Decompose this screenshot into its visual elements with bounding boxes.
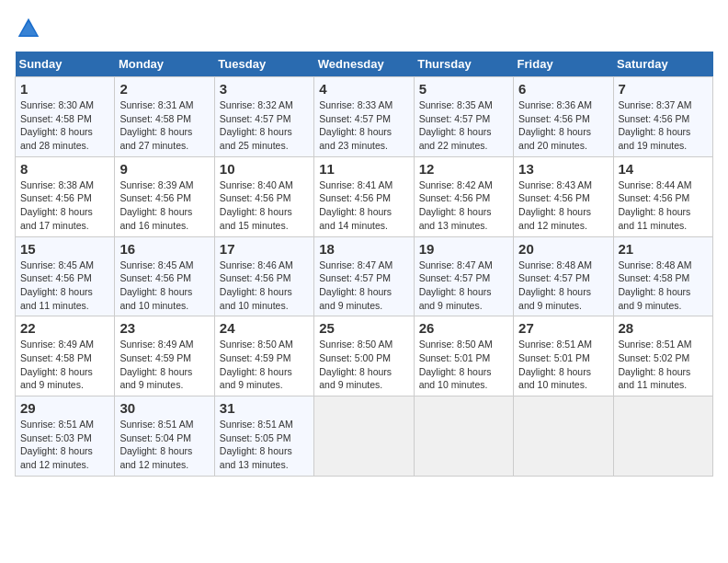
- day-info: Sunrise: 8:51 AMSunset: 5:01 PMDaylight:…: [518, 339, 592, 390]
- day-number: 16: [119, 241, 209, 257]
- calendar-week-3: 15 Sunrise: 8:45 AMSunset: 4:56 PMDaylig…: [16, 236, 713, 316]
- day-info: Sunrise: 8:47 AMSunset: 4:57 PMDaylight:…: [319, 259, 392, 311]
- day-info: Sunrise: 8:43 AMSunset: 4:56 PMDaylight:…: [518, 179, 592, 231]
- day-number: 13: [518, 161, 608, 177]
- day-info: Sunrise: 8:50 AMSunset: 5:00 PMDaylight:…: [319, 339, 392, 390]
- calendar-cell: 21 Sunrise: 8:48 AMSunset: 4:58 PMDaylig…: [613, 236, 712, 316]
- day-number: 25: [319, 320, 408, 336]
- day-info: Sunrise: 8:41 AMSunset: 4:56 PMDaylight:…: [319, 179, 392, 231]
- day-info: Sunrise: 8:50 AMSunset: 5:01 PMDaylight:…: [419, 339, 493, 390]
- calendar-cell: [613, 396, 712, 477]
- day-number: 4: [319, 81, 408, 97]
- calendar-cell: 16 Sunrise: 8:45 AMSunset: 4:56 PMDaylig…: [115, 236, 214, 316]
- day-number: 27: [518, 320, 608, 336]
- calendar-cell: 1 Sunrise: 8:30 AMSunset: 4:58 PMDayligh…: [16, 77, 115, 157]
- day-info: Sunrise: 8:33 AMSunset: 4:57 PMDaylight:…: [319, 99, 392, 151]
- svg-marker-1: [20, 22, 37, 36]
- day-number: 8: [20, 161, 109, 177]
- calendar-cell: 22 Sunrise: 8:49 AMSunset: 4:58 PMDaylig…: [16, 316, 115, 396]
- day-header-thursday: Thursday: [414, 52, 513, 77]
- calendar-cell: [414, 396, 513, 477]
- day-info: Sunrise: 8:51 AMSunset: 5:02 PMDaylight:…: [619, 339, 692, 390]
- day-header-saturday: Saturday: [613, 52, 712, 77]
- calendar-cell: 13 Sunrise: 8:43 AMSunset: 4:56 PMDaylig…: [514, 156, 613, 236]
- logo: [15, 15, 46, 42]
- day-header-tuesday: Tuesday: [214, 52, 313, 77]
- day-number: 14: [619, 161, 708, 177]
- day-number: 10: [220, 161, 309, 177]
- day-number: 2: [119, 81, 209, 97]
- day-info: Sunrise: 8:37 AMSunset: 4:56 PMDaylight:…: [619, 99, 692, 151]
- day-header-monday: Monday: [115, 52, 214, 77]
- day-info: Sunrise: 8:39 AMSunset: 4:56 PMDaylight:…: [119, 179, 193, 231]
- calendar-cell: 8 Sunrise: 8:38 AMSunset: 4:56 PMDayligh…: [16, 156, 115, 236]
- day-number: 15: [20, 241, 109, 257]
- day-info: Sunrise: 8:38 AMSunset: 4:56 PMDaylight:…: [20, 179, 94, 231]
- day-info: Sunrise: 8:51 AMSunset: 5:03 PMDaylight:…: [20, 419, 94, 470]
- day-number: 23: [119, 320, 209, 336]
- day-info: Sunrise: 8:48 AMSunset: 4:58 PMDaylight:…: [619, 259, 692, 311]
- day-number: 7: [619, 81, 708, 97]
- day-number: 11: [319, 161, 408, 177]
- day-info: Sunrise: 8:45 AMSunset: 4:56 PMDaylight:…: [119, 259, 193, 311]
- day-header-friday: Friday: [514, 52, 613, 77]
- day-number: 9: [119, 161, 209, 177]
- calendar-cell: 24 Sunrise: 8:50 AMSunset: 4:59 PMDaylig…: [214, 316, 313, 396]
- calendar-cell: 25 Sunrise: 8:50 AMSunset: 5:00 PMDaylig…: [314, 316, 414, 396]
- day-number: 5: [419, 81, 508, 97]
- calendar-cell: 4 Sunrise: 8:33 AMSunset: 4:57 PMDayligh…: [314, 77, 414, 157]
- header-row: SundayMondayTuesdayWednesdayThursdayFrid…: [16, 52, 713, 77]
- day-number: 18: [319, 241, 408, 257]
- day-info: Sunrise: 8:30 AMSunset: 4:58 PMDaylight:…: [20, 99, 94, 151]
- calendar-cell: 19 Sunrise: 8:47 AMSunset: 4:57 PMDaylig…: [414, 236, 513, 316]
- day-number: 28: [619, 320, 708, 336]
- day-number: 26: [419, 320, 508, 336]
- calendar-cell: 9 Sunrise: 8:39 AMSunset: 4:56 PMDayligh…: [115, 156, 214, 236]
- day-info: Sunrise: 8:51 AMSunset: 5:05 PMDaylight:…: [220, 419, 293, 470]
- day-info: Sunrise: 8:49 AMSunset: 4:59 PMDaylight:…: [119, 339, 193, 390]
- day-number: 30: [119, 400, 209, 416]
- day-info: Sunrise: 8:44 AMSunset: 4:56 PMDaylight:…: [619, 179, 692, 231]
- day-info: Sunrise: 8:47 AMSunset: 4:57 PMDaylight:…: [419, 259, 493, 311]
- calendar-cell: [314, 396, 414, 477]
- calendar-cell: 3 Sunrise: 8:32 AMSunset: 4:57 PMDayligh…: [214, 77, 313, 157]
- calendar-cell: 2 Sunrise: 8:31 AMSunset: 4:58 PMDayligh…: [115, 77, 214, 157]
- day-info: Sunrise: 8:42 AMSunset: 4:56 PMDaylight:…: [419, 179, 493, 231]
- calendar-cell: 12 Sunrise: 8:42 AMSunset: 4:56 PMDaylig…: [414, 156, 513, 236]
- day-info: Sunrise: 8:50 AMSunset: 4:59 PMDaylight:…: [220, 339, 293, 390]
- day-number: 29: [20, 400, 109, 416]
- day-header-sunday: Sunday: [16, 52, 115, 77]
- day-info: Sunrise: 8:45 AMSunset: 4:56 PMDaylight:…: [20, 259, 94, 311]
- day-info: Sunrise: 8:36 AMSunset: 4:56 PMDaylight:…: [518, 99, 592, 151]
- calendar-week-5: 29 Sunrise: 8:51 AMSunset: 5:03 PMDaylig…: [16, 396, 713, 477]
- calendar-cell: 10 Sunrise: 8:40 AMSunset: 4:56 PMDaylig…: [214, 156, 313, 236]
- day-header-wednesday: Wednesday: [314, 52, 414, 77]
- day-number: 17: [220, 241, 309, 257]
- calendar-cell: 30 Sunrise: 8:51 AMSunset: 5:04 PMDaylig…: [115, 396, 214, 477]
- calendar-cell: 15 Sunrise: 8:45 AMSunset: 4:56 PMDaylig…: [16, 236, 115, 316]
- day-number: 22: [20, 320, 109, 336]
- day-number: 1: [20, 81, 109, 97]
- calendar-cell: 17 Sunrise: 8:46 AMSunset: 4:56 PMDaylig…: [214, 236, 313, 316]
- day-info: Sunrise: 8:35 AMSunset: 4:57 PMDaylight:…: [419, 99, 493, 151]
- calendar-cell: 23 Sunrise: 8:49 AMSunset: 4:59 PMDaylig…: [115, 316, 214, 396]
- day-info: Sunrise: 8:40 AMSunset: 4:56 PMDaylight:…: [220, 179, 293, 231]
- day-number: 19: [419, 241, 508, 257]
- page-header: [15, 15, 713, 42]
- calendar-week-2: 8 Sunrise: 8:38 AMSunset: 4:56 PMDayligh…: [16, 156, 713, 236]
- day-number: 31: [220, 400, 309, 416]
- calendar-cell: 29 Sunrise: 8:51 AMSunset: 5:03 PMDaylig…: [16, 396, 115, 477]
- day-info: Sunrise: 8:32 AMSunset: 4:57 PMDaylight:…: [220, 99, 293, 151]
- day-number: 21: [619, 241, 708, 257]
- day-number: 6: [518, 81, 608, 97]
- day-number: 12: [419, 161, 508, 177]
- day-number: 20: [518, 241, 608, 257]
- calendar-cell: 11 Sunrise: 8:41 AMSunset: 4:56 PMDaylig…: [314, 156, 414, 236]
- calendar-week-1: 1 Sunrise: 8:30 AMSunset: 4:58 PMDayligh…: [16, 77, 713, 157]
- calendar-cell: 7 Sunrise: 8:37 AMSunset: 4:56 PMDayligh…: [613, 77, 712, 157]
- calendar-table: SundayMondayTuesdayWednesdayThursdayFrid…: [15, 52, 713, 477]
- calendar-cell: 26 Sunrise: 8:50 AMSunset: 5:01 PMDaylig…: [414, 316, 513, 396]
- calendar-cell: 5 Sunrise: 8:35 AMSunset: 4:57 PMDayligh…: [414, 77, 513, 157]
- day-info: Sunrise: 8:46 AMSunset: 4:56 PMDaylight:…: [220, 259, 293, 311]
- day-info: Sunrise: 8:48 AMSunset: 4:57 PMDaylight:…: [518, 259, 592, 311]
